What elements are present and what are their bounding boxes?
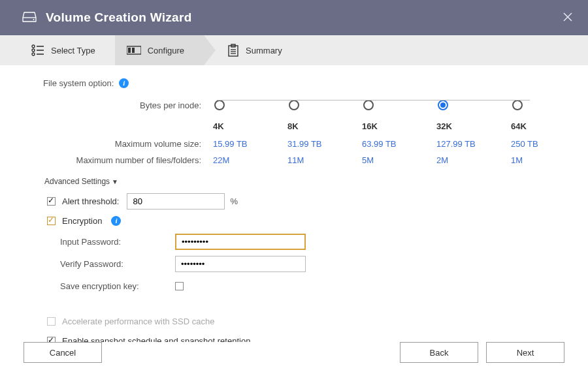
back-button[interactable]: Back <box>400 342 478 363</box>
save-key-checkbox[interactable] <box>175 282 184 290</box>
max-vol-64k: 250 TB <box>510 139 584 149</box>
max-vol-16k: 63.99 TB <box>361 139 435 149</box>
svg-point-6 <box>32 49 35 52</box>
bpi-option-16k[interactable] <box>363 100 374 110</box>
alert-threshold-input[interactable] <box>127 193 225 209</box>
verify-password-field[interactable] <box>175 256 306 272</box>
drive-icon <box>22 11 37 25</box>
encryption-row: Encryption <box>47 211 564 230</box>
max-vol-8k: 31.99 TB <box>286 139 361 149</box>
close-button[interactable] <box>559 8 576 25</box>
ssd-cache-row: Accelerate performance with SSD cache <box>47 311 564 331</box>
max-files-4k: 22M <box>212 155 286 165</box>
bpi-option-8k[interactable] <box>289 100 299 110</box>
bpi-option-32k[interactable] <box>438 100 448 110</box>
ssd-cache-checkbox <box>47 317 56 326</box>
footer: Cancel Back Next <box>0 333 588 372</box>
input-password-label: Input Password: <box>60 237 175 247</box>
svg-point-8 <box>32 53 35 55</box>
chevron-down-icon: ▼ <box>112 178 118 185</box>
encryption-checkbox[interactable] <box>47 217 56 225</box>
bpi-size-32k: 32K <box>435 121 510 131</box>
wizard-body: File system option: Bytes per inode: 4K … <box>0 65 588 342</box>
max-files-label: Maximum number of files/folders: <box>65 155 212 165</box>
advanced-settings-toggle[interactable]: Advanced Settings ▼ <box>44 177 118 186</box>
step-configure[interactable]: Configure <box>115 35 204 65</box>
bpi-size-16k: 16K <box>361 121 435 131</box>
info-icon[interactable] <box>111 216 121 226</box>
bpi-option-4k[interactable] <box>214 100 225 110</box>
max-files-8k: 11M <box>286 155 361 165</box>
alert-threshold-row: Alert threshold: % <box>47 191 564 211</box>
close-icon <box>563 12 572 22</box>
save-key-row: Save encryption key: <box>60 275 564 297</box>
fs-option-label: File system option: <box>43 78 114 88</box>
bpi-option-64k[interactable] <box>512 100 523 110</box>
bpi-track <box>217 100 530 101</box>
clipboard-icon <box>227 44 239 57</box>
info-icon[interactable] <box>119 78 129 88</box>
step-label: Summary <box>246 46 282 55</box>
list-icon <box>31 44 44 56</box>
svg-rect-11 <box>128 48 131 53</box>
svg-point-1 <box>33 19 35 20</box>
bpi-size-4k: 4K <box>212 121 286 131</box>
alert-threshold-label: Alert threshold: <box>62 196 119 206</box>
max-files-64k: 1M <box>510 155 584 165</box>
step-select-type[interactable]: Select Type <box>20 35 115 65</box>
step-summary[interactable]: Summary <box>204 35 302 65</box>
ssd-cache-label: Accelerate performance with SSD cache <box>62 317 214 326</box>
svg-point-4 <box>32 45 35 48</box>
input-password-row: Input Password: <box>60 230 564 253</box>
max-files-32k: 2M <box>435 155 510 165</box>
alert-threshold-checkbox[interactable] <box>47 197 56 206</box>
step-strip: Select Type Configure Summary <box>0 35 588 65</box>
step-label: Configure <box>148 46 184 55</box>
max-vol-32k: 127.99 TB <box>435 139 510 149</box>
max-vol-4k: 15.99 TB <box>212 139 286 149</box>
bpi-label: Bytes per inode: <box>65 101 212 110</box>
alert-threshold-unit: % <box>230 196 238 206</box>
next-button[interactable]: Next <box>486 342 564 363</box>
encryption-label: Encryption <box>62 216 102 226</box>
bpi-size-64k: 64K <box>510 121 584 131</box>
advanced-settings-label: Advanced Settings <box>44 177 110 186</box>
verify-password-row: Verify Password: <box>60 253 564 275</box>
bpi-size-8k: 8K <box>286 121 361 131</box>
cancel-button[interactable]: Cancel <box>24 342 102 363</box>
save-key-label: Save encryption key: <box>60 281 175 291</box>
sliders-icon <box>127 45 141 55</box>
max-files-16k: 5M <box>361 155 435 165</box>
bytes-per-inode-row: Bytes per inode: <box>65 94 564 116</box>
max-volume-label: Maximum volume size: <box>65 139 212 149</box>
svg-rect-12 <box>132 48 135 53</box>
window-title: Volume Creation Wizard <box>46 10 192 25</box>
title-bar: Volume Creation Wizard <box>0 0 588 35</box>
verify-password-label: Verify Password: <box>60 259 175 269</box>
input-password-field[interactable] <box>175 234 306 250</box>
step-label: Select Type <box>51 46 95 55</box>
